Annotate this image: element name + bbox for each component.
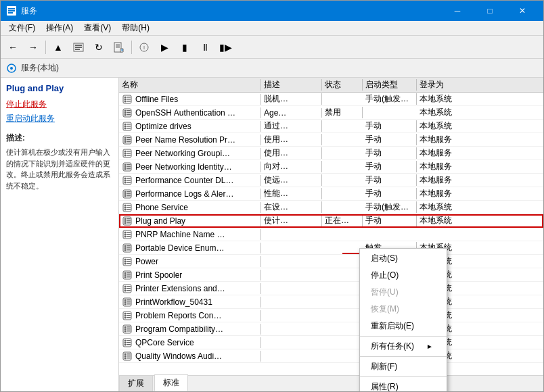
- table-row[interactable]: QPCore Service 本地系统: [119, 336, 543, 349]
- service-startup: 手动: [363, 161, 417, 172]
- restart-service-button[interactable]: ▮▶: [216, 39, 235, 56]
- context-menu-item[interactable]: 启动(S): [360, 250, 447, 267]
- table-row[interactable]: Program Compatibility… 本地系统: [119, 322, 543, 336]
- service-login: 本地服务: [417, 147, 471, 159]
- properties-button[interactable]: i: [135, 39, 154, 56]
- stop-service-button[interactable]: ▮: [175, 39, 194, 56]
- table-row[interactable]: Print Spooler 本地系统: [119, 268, 543, 282]
- context-menu-item[interactable]: 停止(O): [360, 267, 447, 284]
- table-row[interactable]: Performance Counter DL… 使远… 手动 本地服务: [119, 174, 543, 187]
- table-row[interactable]: OpenSSH Authentication … Age… 禁用 本地系统: [119, 106, 543, 120]
- service-name: Peer Networking Groupi…: [119, 148, 261, 159]
- menu-action[interactable]: 操作(A): [41, 21, 78, 35]
- export-list-button[interactable]: [110, 39, 129, 56]
- table-row[interactable]: Plug and Play 使计… 正在… 手动 本地系统: [119, 214, 543, 228]
- minimize-button[interactable]: ─: [442, 1, 473, 21]
- close-button[interactable]: ✕: [507, 1, 538, 21]
- svg-rect-108: [127, 263, 131, 264]
- svg-rect-43: [127, 137, 131, 139]
- table-row[interactable]: Portable Device Enum… 触发… 本地系统: [119, 241, 543, 255]
- service-icon: [122, 148, 133, 159]
- table-row[interactable]: Problem Reports Con… 本地系统: [119, 309, 543, 322]
- maximize-button[interactable]: □: [474, 1, 505, 21]
- service-startup: 手动: [363, 215, 417, 226]
- svg-point-107: [124, 262, 127, 264]
- svg-point-124: [124, 301, 127, 303]
- tab-standard[interactable]: 标准: [154, 374, 188, 391]
- tab-extend[interactable]: 扩展: [119, 375, 153, 391]
- context-menu-item[interactable]: 属性(R): [360, 378, 447, 391]
- service-startup: 手动: [363, 188, 417, 199]
- context-menu-item: 恢复(M): [360, 301, 447, 318]
- context-menu-separator: [360, 356, 447, 357]
- table-row[interactable]: Performance Logs & Aler… 性能… 手动 本地服务: [119, 187, 543, 201]
- table-row[interactable]: Phone Service 在设… 手动(触发… 本地系统: [119, 201, 543, 214]
- svg-rect-2: [8, 10, 15, 11]
- svg-rect-22: [127, 97, 131, 98]
- service-name: Program Compatibility…: [119, 324, 261, 335]
- svg-point-49: [124, 150, 127, 152]
- service-icon: [122, 94, 133, 105]
- col-header-login[interactable]: 登录为: [417, 79, 471, 91]
- context-menu-item[interactable]: 刷新(F): [360, 358, 447, 375]
- col-header-status[interactable]: 状态: [322, 79, 363, 91]
- table-row[interactable]: Offline Files 脱机… 手动(触发… 本地系统: [119, 93, 543, 106]
- svg-rect-101: [127, 249, 131, 251]
- svg-rect-55: [127, 166, 131, 168]
- service-startup: 手动: [363, 120, 417, 132]
- table-row[interactable]: Optimize drives 通过… 手动 本地系统: [119, 120, 543, 133]
- table-row[interactable]: Quality Windows Audi… 本地系统: [119, 349, 543, 363]
- svg-rect-120: [127, 286, 131, 287]
- col-header-desc[interactable]: 描述: [261, 79, 322, 91]
- svg-rect-50: [127, 151, 131, 152]
- refresh-button[interactable]: ↻: [89, 39, 108, 56]
- table-row[interactable]: Power 本地系统: [119, 255, 543, 268]
- svg-rect-150: [127, 344, 131, 345]
- services-list[interactable]: Offline Files 脱机… 手动(触发… 本地系统 OpenSSH Au…: [119, 93, 543, 375]
- svg-rect-92: [127, 232, 131, 233]
- service-icon: [122, 162, 133, 172]
- context-menu-item[interactable]: 重新启动(E): [360, 318, 447, 335]
- service-login: 本地系统: [417, 93, 471, 105]
- table-row[interactable]: Printer Extensions and… 本地系统: [119, 282, 543, 295]
- service-name: Offline Files: [119, 94, 261, 105]
- service-name: QPCore Service: [119, 337, 261, 348]
- restart-service-link[interactable]: 重启动此服务: [6, 113, 113, 124]
- service-icon: [122, 337, 133, 348]
- table-row[interactable]: PrintWorkflow_50431 本地系统: [119, 295, 543, 309]
- table-row[interactable]: PNRP Machine Name …: [119, 228, 543, 241]
- context-menu-item[interactable]: 所有任务(K)►: [360, 338, 447, 355]
- show-hide-button[interactable]: [69, 39, 88, 56]
- list-header: 名称 描述 状态 启动类型 登录为: [119, 78, 543, 93]
- service-startup: 手动(触发…: [363, 93, 417, 105]
- start-service-button[interactable]: ▶: [155, 39, 174, 56]
- main-area: Plug and Play 停止此服务 重启动此服务 描述: 使计算机在极少或没…: [1, 78, 543, 391]
- table-row[interactable]: Peer Name Resolution Pr… 使用… 手动 本地服务: [119, 133, 543, 147]
- col-header-name[interactable]: 名称: [119, 79, 261, 91]
- svg-point-86: [124, 222, 127, 224]
- svg-point-154: [124, 353, 127, 355]
- col-header-startup[interactable]: 启动类型: [363, 79, 417, 91]
- service-name: Performance Logs & Aler…: [119, 189, 261, 199]
- service-desc: 性能…: [261, 188, 322, 199]
- table-row[interactable]: Peer Networking Groupi… 使用… 手动 本地服务: [119, 147, 543, 160]
- service-startup: 手动: [363, 147, 417, 159]
- menu-view[interactable]: 查看(V): [78, 21, 116, 35]
- service-icon: [122, 324, 133, 335]
- menu-help[interactable]: 帮助(H): [116, 21, 155, 35]
- stop-service-link[interactable]: 停止此服务: [6, 99, 113, 110]
- pause-service-button[interactable]: Ⅱ: [196, 39, 214, 56]
- service-name: Peer Networking Identity…: [119, 162, 261, 172]
- forward-button[interactable]: →: [24, 39, 43, 56]
- up-button[interactable]: ▲: [49, 39, 68, 56]
- svg-point-128: [124, 303, 127, 305]
- svg-point-68: [124, 193, 127, 195]
- svg-rect-83: [127, 220, 131, 222]
- table-row[interactable]: Peer Networking Identity… 向对… 手动 本地服务: [119, 160, 543, 174]
- menu-file[interactable]: 文件(F): [3, 21, 41, 35]
- svg-rect-90: [127, 234, 131, 235]
- back-button[interactable]: ←: [3, 39, 22, 56]
- svg-rect-36: [127, 124, 131, 125]
- svg-point-72: [124, 195, 127, 197]
- svg-rect-24: [127, 101, 131, 102]
